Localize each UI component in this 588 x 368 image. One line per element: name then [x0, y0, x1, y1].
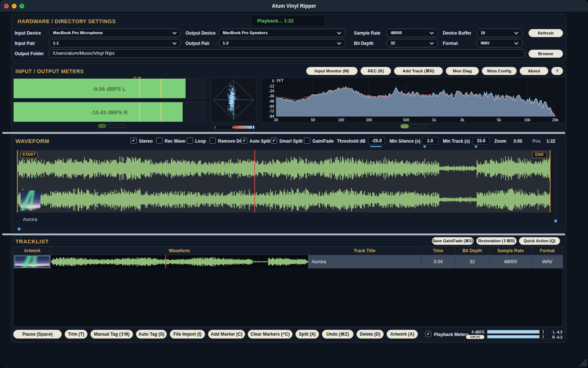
min-silence-slider-dot[interactable]: [423, 145, 426, 148]
chevron-down-icon: [430, 30, 434, 34]
chevron-down-icon: [172, 30, 176, 34]
format-select[interactable]: WAV: [477, 39, 523, 47]
bit-depth-select[interactable]: 32: [387, 39, 438, 47]
output-folder-input[interactable]: /Users/atum/Music/Vinyl Rips: [49, 49, 525, 58]
min-track-slider-dot[interactable]: [475, 145, 477, 148]
level-meter-left-value: -9.06 dBFS L: [14, 86, 205, 92]
zero-dbfs-label: 0 dBFS: [462, 330, 484, 334]
fft-x-tick: 20k: [552, 118, 559, 122]
trim-button[interactable]: Trim (T): [65, 330, 87, 339]
output-pair-select[interactable]: 1-2: [219, 39, 345, 47]
file-import-button[interactable]: File Import (I): [170, 330, 205, 339]
fft-mode-pill-active[interactable]: [401, 124, 409, 128]
rec-button[interactable]: REC (R): [361, 67, 391, 75]
v-zoom-track[interactable]: [555, 151, 557, 222]
fft-mode-pill[interactable]: [410, 124, 418, 128]
fft-display: FFT 0-12-24-36-48-60-72-84 2050100200500…: [262, 77, 566, 123]
h-scroll-thumb[interactable]: [18, 228, 21, 231]
output-pair-value: 1-2: [223, 41, 229, 45]
sample-rate-select[interactable]: 48000: [387, 29, 438, 37]
rec-wave-checkbox-label: Rec Wave: [165, 139, 185, 144]
save-gain-fade-button[interactable]: Save Gain/Fade (⌘S): [432, 237, 474, 245]
h-scroll-track[interactable]: [17, 228, 551, 229]
fft-y-tick: -24: [262, 89, 274, 93]
fft-x-tick: 5k: [497, 118, 501, 122]
chevron-down-icon: [337, 30, 341, 34]
threshold-slider[interactable]: [370, 146, 382, 147]
col-header-waveform: Waveform: [51, 248, 308, 253]
manual-tag-button[interactable]: Manual Tag (⇧M): [90, 330, 133, 339]
undo-button[interactable]: Undo (⌘Z): [322, 330, 354, 339]
track-row-format: WAV: [531, 259, 563, 264]
smart-split-checkbox-label: Smart Split: [279, 139, 302, 144]
input-pair-select[interactable]: 1-1: [49, 39, 181, 47]
level-meter-right: -10.43 dBFS R: [13, 102, 205, 122]
pause-button[interactable]: Pause (Space): [13, 330, 62, 339]
input-device-value: MacBook Pro Microphone: [53, 31, 103, 35]
device-buffer-select[interactable]: 16: [477, 29, 523, 37]
stereo-checkbox[interactable]: ✓: [130, 137, 137, 144]
add-track-button[interactable]: Add Track (⌘R): [394, 67, 443, 75]
mon-diag-button[interactable]: Mon Diag: [446, 67, 479, 75]
loop-checkbox[interactable]: ✓: [187, 137, 193, 144]
remove-dc-checkbox-label: Remove DC: [218, 139, 243, 144]
track-row[interactable]: Aurora 3:04 32 48000 WAV: [14, 255, 563, 268]
input-device-label: Input Device: [15, 31, 41, 36]
playback-meter-left-fill: [487, 330, 539, 333]
track-row-waveform-cell[interactable]: [51, 255, 308, 268]
chevron-down-icon: [514, 40, 518, 44]
browse-button[interactable]: Browse: [528, 50, 563, 58]
correlation-neg-label: -1: [214, 126, 216, 129]
rec-wave-checkbox[interactable]: ✓: [156, 137, 162, 144]
input-pair-value: 1-1: [53, 41, 59, 45]
track-row-time: 3:04: [421, 259, 455, 264]
meta-config-button[interactable]: Meta Config: [482, 67, 517, 75]
v-zoom-thumb[interactable]: [554, 219, 557, 222]
threshold-input[interactable]: -25.0: [369, 137, 385, 144]
quick-action-button[interactable]: Quick Action (Q): [519, 237, 560, 245]
fft-x-tick: 1k: [432, 118, 436, 122]
chevron-down-icon: [514, 30, 518, 34]
meter-mode-pill[interactable]: [117, 124, 125, 128]
dim-button[interactable]: DIM (P): [466, 335, 484, 339]
track-row-artwork[interactable]: [15, 256, 50, 268]
start-badge: START: [21, 152, 37, 158]
fft-y-tick: -48: [262, 99, 274, 103]
level-meter-left: -9.06 dBFS L: [13, 78, 205, 99]
playback-meters-checkbox[interactable]: ✓: [425, 331, 431, 337]
delete-button[interactable]: Delete (D): [356, 330, 384, 339]
help-button[interactable]: ?: [551, 67, 563, 75]
meter-mode-pill[interactable]: [108, 124, 116, 128]
auto-split-checkbox[interactable]: ✓: [241, 137, 247, 144]
artwork-button[interactable]: Artwork (A): [387, 330, 418, 339]
output-folder-label: Output Folder: [15, 51, 44, 56]
fft-x-tick: 200: [366, 118, 372, 122]
min-track-input[interactable]: 15.0: [473, 137, 490, 144]
clear-markers-button[interactable]: Clear Markers (^C): [248, 330, 293, 339]
remove-dc-checkbox[interactable]: ✓: [209, 137, 216, 144]
smart-split-checkbox[interactable]: ✓: [271, 137, 277, 144]
zoom-value: 3:05: [513, 139, 522, 144]
playback-status-badge: Playback… 1:22: [252, 16, 324, 26]
split-button[interactable]: Split (X): [295, 330, 319, 339]
restoration-button[interactable]: Restoration (⇧⌘R): [476, 237, 517, 245]
refresh-button[interactable]: Refresh: [528, 29, 563, 37]
input-device-select[interactable]: MacBook Pro Microphone: [49, 29, 181, 37]
correlation-meter: -1 0: [212, 125, 255, 129]
format-value: WAV: [481, 41, 490, 45]
waveform-display[interactable]: START END: [17, 150, 551, 212]
min-silence-input[interactable]: 1.0: [422, 137, 438, 144]
correlation-gradient: [234, 126, 255, 129]
input-monitor-button[interactable]: Input Monitor (M): [306, 67, 358, 75]
resize-grip[interactable]: [578, 358, 587, 367]
fft-mode-pill[interactable]: [420, 124, 428, 128]
meter-mode-pill-active[interactable]: [98, 124, 106, 128]
add-marker-button[interactable]: Add Marker (C): [208, 330, 245, 339]
auto-tag-button[interactable]: Auto Tag (S): [136, 330, 167, 339]
output-device-select[interactable]: MacBook Pro Speakers: [219, 29, 345, 37]
loop-checkbox-label: Loop: [195, 139, 206, 144]
playhead[interactable]: [254, 150, 255, 212]
track-artwork-thumbnail[interactable]: [21, 190, 40, 211]
about-button[interactable]: About: [520, 67, 548, 75]
gain-fade-checkbox[interactable]: ✓: [304, 137, 310, 144]
